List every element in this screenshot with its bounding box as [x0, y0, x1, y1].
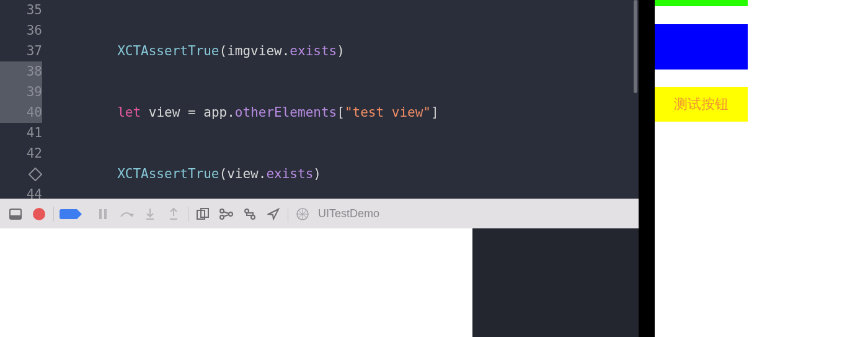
location-icon[interactable]: [262, 202, 285, 226]
test-label-view: [655, 0, 748, 6]
separator: [288, 207, 288, 222]
line-number: 35: [0, 0, 42, 20]
line-number: 37: [0, 41, 42, 61]
pause-icon[interactable]: [91, 202, 115, 226]
step-out-icon[interactable]: [162, 202, 185, 226]
line-number: 39: [0, 82, 42, 102]
line-number: 42: [0, 143, 42, 164]
code-text-area[interactable]: XCTAssertTrue(imgview.exists) let view =…: [55, 0, 639, 199]
debug-toolbar: UITestDemo: [0, 199, 639, 228]
line-number: 38: [0, 61, 42, 82]
step-into-icon[interactable]: [138, 202, 162, 226]
debug-target-label[interactable]: UITestDemo: [318, 207, 379, 220]
line-number: 36: [0, 20, 42, 41]
test-button[interactable]: 测试按钮: [655, 87, 748, 122]
environment-overrides-icon[interactable]: [238, 202, 262, 226]
view-debugger-icon[interactable]: [191, 202, 215, 226]
svg-rect-4: [146, 218, 154, 220]
separator: [188, 207, 188, 222]
code-line: XCTAssertTrue(imgview.exists): [55, 41, 639, 61]
svg-rect-5: [170, 218, 177, 220]
code-editor[interactable]: 35 36 37 38 39 40 41 42 44 XCTAssertTrue…: [0, 0, 639, 199]
memory-graph-icon[interactable]: [215, 202, 238, 226]
record-icon[interactable]: [27, 202, 51, 226]
toggle-debug-area-icon[interactable]: [4, 202, 27, 226]
separator: [53, 207, 54, 222]
svg-point-8: [220, 209, 224, 213]
line-number-gutter: 35 36 37 38 39 40 41 42 44: [0, 0, 55, 199]
svg-rect-2: [99, 209, 102, 219]
diamond-gutter-icon[interactable]: [0, 164, 42, 184]
step-over-icon[interactable]: [115, 202, 138, 226]
line-number: 40: [0, 102, 42, 123]
code-line: let view = app.otherElements["test view"…: [55, 102, 639, 123]
line-number: 41: [0, 123, 42, 143]
svg-point-12: [251, 215, 255, 219]
dark-panel: [472, 228, 639, 337]
svg-point-10: [229, 212, 232, 216]
svg-rect-3: [104, 209, 107, 219]
breakpoints-icon[interactable]: [56, 202, 80, 226]
line-number: 44: [0, 184, 42, 205]
svg-rect-1: [10, 215, 21, 219]
svg-point-9: [220, 215, 224, 219]
test-view[interactable]: [655, 24, 748, 70]
code-line: XCTAssertTrue(view.exists): [55, 164, 639, 184]
simulator-panel: 测试按钮: [639, 0, 868, 337]
target-grid-icon[interactable]: [291, 202, 314, 226]
editor-scrollbar[interactable]: [634, 0, 637, 93]
device-bezel: [639, 0, 655, 337]
